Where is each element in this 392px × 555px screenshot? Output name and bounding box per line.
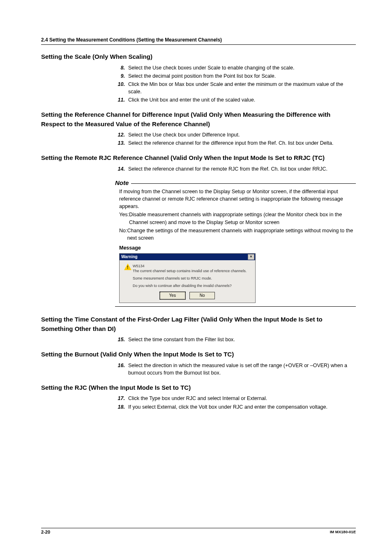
step-text: Select the reference channel for the dif… [128, 139, 356, 147]
step: 8.Select the Use check boxes under Scale… [115, 64, 356, 72]
steps-scale: 8.Select the Use check boxes under Scale… [41, 64, 356, 104]
note-yes-text: Disable measurement channels with inappr… [129, 211, 356, 226]
step: 15.Select the time constant from the Fil… [115, 336, 356, 343]
step: 14.Select the reference channel for the … [115, 165, 356, 173]
dialog-code: W5134 [133, 264, 252, 268]
step: 17.Click the Type box under RJC and sele… [115, 395, 356, 402]
steps-diff-input: 12.Select the Use check box under Differ… [41, 131, 356, 147]
dialog-buttons: Yes No [120, 290, 255, 303]
step: 12.Select the Use check box under Differ… [115, 131, 356, 139]
steps-burnout: 16.Select the direction in which the mea… [41, 362, 356, 377]
step-text: Select the time constant from the Filter… [128, 336, 356, 343]
note-intro: If moving from the Channel screen to the… [119, 188, 356, 210]
step-text: Select the direction in which the measur… [128, 362, 356, 377]
step-num: 8. [115, 64, 128, 72]
note-no-key: No: [119, 227, 127, 234]
heading-rrjc: Setting the Remote RJC Reference Channel… [41, 153, 356, 163]
section-header: 2.4 Setting the Measurement Conditions (… [41, 37, 356, 45]
note-no-text: Change the settings of the measurement c… [127, 227, 356, 242]
step-num: 12. [115, 131, 128, 139]
note-yes-key: Yes: [119, 211, 129, 218]
steps-rrjc: 14.Select the reference channel for the … [41, 165, 356, 173]
step-num: 10. [115, 81, 128, 88]
footer: 2-20 IM MX180-01E [41, 528, 356, 534]
note-heading: Note [115, 179, 356, 186]
step: 10.Click the Min box or Max box under Sc… [115, 81, 356, 95]
imprint: IM MX180-01E [330, 530, 356, 534]
dialog-title: Warning [121, 254, 248, 260]
dialog-line1: The current channel setup contains inval… [133, 268, 252, 273]
heading-scale: Setting the Scale (Only When Scaling) [41, 52, 356, 62]
warning-dialog: Warning × W5134 The current channel setu… [119, 253, 256, 303]
heading-rjc: Setting the RJC (When the Input Mode Is … [41, 383, 356, 393]
step-text: Select the decimal point position from t… [128, 72, 356, 80]
page: 2.4 Setting the Measurement Conditions (… [0, 0, 392, 555]
step-num: 9. [115, 72, 128, 80]
yes-button[interactable]: Yes [160, 292, 185, 300]
step: 9.Select the decimal point position from… [115, 72, 356, 80]
message-label: Message [119, 244, 356, 252]
steps-filter: 15.Select the time constant from the Fil… [41, 336, 356, 343]
step-text: Click the Unit box and enter the unit of… [128, 96, 356, 104]
dialog-text: W5134 The current channel setup contains… [133, 264, 252, 289]
step-num: 18. [115, 403, 128, 411]
heading-diff-input: Setting the Reference Channel for Differ… [41, 110, 356, 129]
heading-filter: Setting the Time Constant of the First-O… [41, 315, 356, 333]
step-num: 11. [115, 96, 128, 104]
step: 16.Select the direction in which the mea… [115, 362, 356, 377]
note-label: Note [115, 179, 129, 186]
no-button[interactable]: No [189, 292, 215, 300]
step-text: Select the reference channel for the rem… [128, 165, 356, 173]
steps-rjc: 17.Click the Type box under RJC and sele… [41, 395, 356, 410]
step: 18.If you select External, click the Vol… [115, 403, 356, 411]
note-rule [131, 183, 356, 184]
warning-icon [123, 264, 133, 289]
step: 13.Select the reference channel for the … [115, 139, 356, 147]
step-num: 16. [115, 362, 128, 369]
page-number: 2-20 [41, 530, 50, 534]
note-body: If moving from the Channel screen to the… [115, 188, 356, 303]
dialog-titlebar: Warning × [120, 254, 255, 260]
step-text: Select the Use check boxes under Scale t… [128, 64, 356, 72]
step-text: If you select External, click the Volt b… [128, 403, 356, 411]
close-icon[interactable]: × [248, 254, 254, 260]
step-text: Click the Min box or Max box under Scale… [128, 81, 356, 95]
note-end-rule [115, 306, 356, 307]
step-text: Click the Type box under RJC and select … [128, 395, 356, 402]
step-num: 15. [115, 336, 128, 343]
dialog-body: W5134 The current channel setup contains… [120, 260, 255, 290]
note-no: No: Change the settings of the measureme… [119, 227, 356, 242]
step-text: Select the Use check box under Differenc… [128, 131, 356, 139]
note-block: Note If moving from the Channel screen t… [41, 179, 356, 307]
step-num: 17. [115, 395, 128, 402]
step: 11.Click the Unit box and enter the unit… [115, 96, 356, 104]
heading-burnout: Setting the Burnout (Valid Only When the… [41, 350, 356, 359]
dialog-line2: Some mesurement channels set to RRJC mod… [133, 276, 252, 281]
step-num: 14. [115, 165, 128, 173]
dialog-line3: Do you wish to continue after disabling … [133, 283, 252, 288]
note-yes: Yes: Disable measurement channels with i… [119, 211, 356, 226]
step-num: 13. [115, 139, 128, 147]
